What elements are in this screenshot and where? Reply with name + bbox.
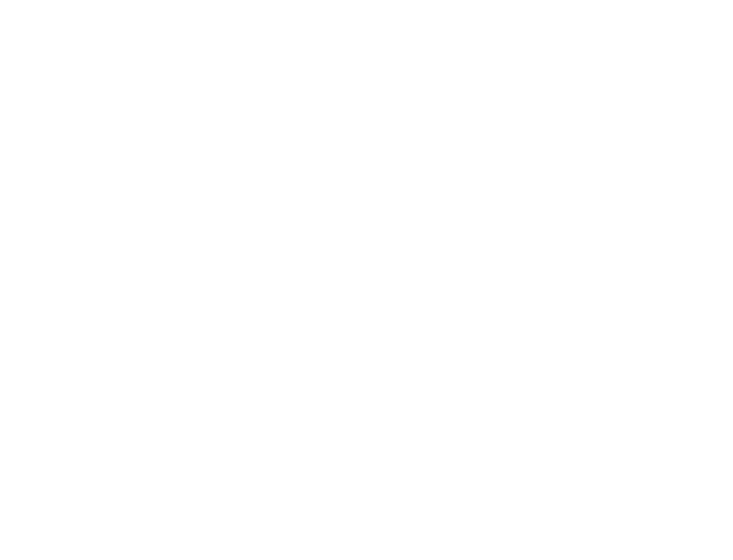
code-container [0,0,733,11]
